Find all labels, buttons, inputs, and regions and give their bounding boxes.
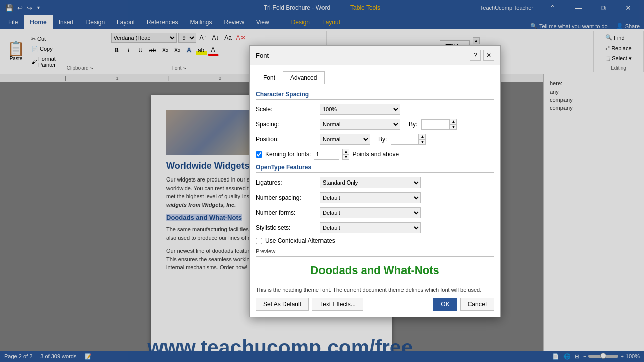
ligatures-select[interactable]: Standard Only None Standard and Contextu… <box>320 177 421 188</box>
opentype-title: OpenType Features <box>256 164 494 173</box>
dialog-titlebar: Font ? ✕ <box>250 46 500 65</box>
dialog-title: Font <box>256 52 269 59</box>
preview-text: Doodads and What-Nots <box>310 264 439 277</box>
position-by-spinbutton: ▲ ▼ <box>419 134 426 145</box>
position-row: Position: Normal Raised Lowered By: ▲ ▼ <box>256 134 494 145</box>
kerning-label: Kerning for fonts: <box>265 151 311 158</box>
dialog-tabs: Font Advanced <box>256 71 494 84</box>
tab-advanced[interactable]: Advanced <box>283 71 325 84</box>
text-effects-button-dialog[interactable]: Text Effects... <box>312 298 363 311</box>
stylistic-sets-row: Stylistic sets: Default 1 2 3 4 <box>256 222 494 233</box>
kerning-unit-label: Points and above <box>352 151 399 158</box>
scale-row: Scale: 100% 80% 90% 110% 120% 150% 200% <box>256 104 494 115</box>
preview-section: Preview Doodads and What-Nots This is th… <box>256 248 494 293</box>
contextual-alternates-checkbox[interactable] <box>256 238 262 244</box>
dialog-help-button[interactable]: ? <box>470 50 481 61</box>
dialog-left-buttons: Set As Default Text Effects... <box>256 298 363 311</box>
scale-select[interactable]: 100% 80% 90% 110% 120% 150% 200% <box>320 104 400 115</box>
number-spacing-row: Number spacing: Default Proportional Tab… <box>256 192 494 203</box>
ok-button[interactable]: OK <box>433 298 457 311</box>
spacing-row: Spacing: Normal Expanded Condensed By: ▲… <box>256 119 494 130</box>
kerning-row: Kerning for fonts: ▲ ▼ Points and above <box>256 149 494 160</box>
dialog-close-button[interactable]: ✕ <box>483 50 494 61</box>
kerning-value-input[interactable] <box>314 149 339 160</box>
number-forms-select[interactable]: Default Lining Old-Style <box>320 207 421 218</box>
spacing-select[interactable]: Normal Expanded Condensed <box>320 119 400 130</box>
position-by-down[interactable]: ▼ <box>419 139 426 145</box>
spacing-by-down[interactable]: ▼ <box>450 124 457 130</box>
number-spacing-label: Number spacing: <box>256 194 316 201</box>
contextual-alternates-row: Use Contextual Alternates <box>256 237 494 244</box>
contextual-alternates-label: Use Contextual Alternates <box>265 237 335 244</box>
spacing-by-up[interactable]: ▲ <box>450 119 457 124</box>
scale-label: Scale: <box>256 106 316 113</box>
spacing-label: Spacing: <box>256 121 316 128</box>
stylistic-sets-label: Stylistic sets: <box>256 224 316 231</box>
spacing-by-input[interactable] <box>422 119 449 129</box>
ligatures-row: Ligatures: Standard Only None Standard a… <box>256 177 494 188</box>
font-dialog: Font ? ✕ Font Advanced Character Spacing… <box>249 45 501 317</box>
kerning-checkbox[interactable] <box>256 151 262 158</box>
dialog-right-buttons: OK Cancel <box>433 298 494 311</box>
cancel-button[interactable]: Cancel <box>460 298 494 311</box>
spacing-by-label: By: <box>409 121 417 128</box>
position-label: Position: <box>256 136 316 143</box>
position-by-up[interactable]: ▲ <box>419 134 426 139</box>
kerning-up[interactable]: ▲ <box>342 149 349 154</box>
preview-text-container: Doodads and What-Nots <box>256 256 494 284</box>
set-as-default-button[interactable]: Set As Default <box>256 298 309 311</box>
preview-label: Preview <box>256 248 494 254</box>
number-forms-row: Number forms: Default Lining Old-Style <box>256 207 494 218</box>
tab-font[interactable]: Font <box>256 71 283 84</box>
character-spacing-title: Character Spacing <box>256 90 494 100</box>
stylistic-sets-select[interactable]: Default 1 2 3 4 <box>320 222 421 233</box>
position-select[interactable]: Normal Raised Lowered <box>320 134 370 145</box>
position-by-label: By: <box>378 136 387 143</box>
spacing-by-combo: ▲ ▼ <box>421 119 457 130</box>
kerning-down[interactable]: ▼ <box>342 154 349 160</box>
modal-overlay: Font ? ✕ Font Advanced Character Spacing… <box>0 0 644 362</box>
dialog-controls: ? ✕ <box>470 50 494 61</box>
dialog-body: Font Advanced Character Spacing Scale: 1… <box>250 65 500 317</box>
spacing-by-spinbutton: ▲ ▼ <box>450 119 457 130</box>
spacing-by-spin <box>421 119 450 130</box>
ligatures-label: Ligatures: <box>256 179 316 186</box>
dialog-buttons: Set As Default Text Effects... OK Cancel <box>256 298 494 311</box>
position-by-input[interactable] <box>391 134 419 145</box>
number-spacing-select[interactable]: Default Proportional Tabular <box>320 192 421 203</box>
number-forms-label: Number forms: <box>256 209 316 216</box>
kerning-spinbutton: ▲ ▼ <box>342 149 349 160</box>
preview-note: This is the heading theme font. The curr… <box>256 287 494 293</box>
position-by-combo: ▲ ▼ <box>391 134 426 145</box>
